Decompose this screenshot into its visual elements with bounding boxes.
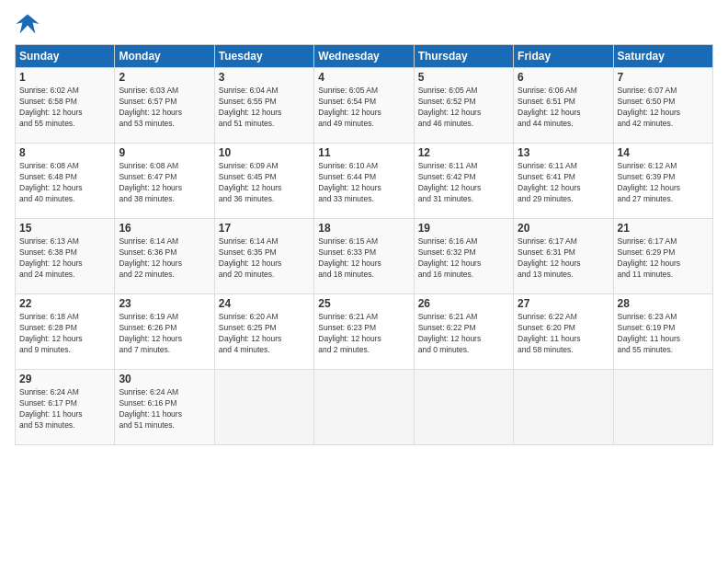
day-info: Sunrise: 6:21 AM Sunset: 6:22 PM Dayligh… bbox=[418, 312, 509, 356]
day-cell: 25Sunrise: 6:21 AM Sunset: 6:23 PM Dayli… bbox=[314, 294, 414, 370]
day-info: Sunrise: 6:21 AM Sunset: 6:23 PM Dayligh… bbox=[318, 312, 409, 356]
day-info: Sunrise: 6:05 AM Sunset: 6:54 PM Dayligh… bbox=[318, 86, 409, 130]
day-cell: 28Sunrise: 6:23 AM Sunset: 6:19 PM Dayli… bbox=[613, 294, 712, 370]
week-row-5: 29Sunrise: 6:24 AM Sunset: 6:17 PM Dayli… bbox=[16, 370, 713, 445]
day-cell: 3Sunrise: 6:04 AM Sunset: 6:55 PM Daylig… bbox=[214, 68, 313, 144]
day-cell: 30Sunrise: 6:24 AM Sunset: 6:16 PM Dayli… bbox=[115, 370, 214, 445]
day-cell: 15Sunrise: 6:13 AM Sunset: 6:38 PM Dayli… bbox=[16, 219, 115, 294]
day-number: 2 bbox=[119, 71, 210, 84]
day-info: Sunrise: 6:02 AM Sunset: 6:58 PM Dayligh… bbox=[19, 86, 110, 130]
day-number: 26 bbox=[418, 297, 509, 310]
day-cell: 18Sunrise: 6:15 AM Sunset: 6:33 PM Dayli… bbox=[314, 219, 414, 294]
day-number: 16 bbox=[119, 222, 210, 235]
day-cell: 1Sunrise: 6:02 AM Sunset: 6:58 PM Daylig… bbox=[16, 68, 115, 144]
day-info: Sunrise: 6:09 AM Sunset: 6:45 PM Dayligh… bbox=[219, 161, 310, 205]
day-info: Sunrise: 6:03 AM Sunset: 6:57 PM Dayligh… bbox=[119, 86, 210, 130]
day-info: Sunrise: 6:20 AM Sunset: 6:25 PM Dayligh… bbox=[219, 312, 310, 356]
day-cell: 21Sunrise: 6:17 AM Sunset: 6:29 PM Dayli… bbox=[613, 219, 712, 294]
header-sunday: Sunday bbox=[16, 45, 115, 68]
day-info: Sunrise: 6:17 AM Sunset: 6:31 PM Dayligh… bbox=[518, 236, 609, 281]
day-cell bbox=[414, 370, 513, 445]
day-cell: 5Sunrise: 6:05 AM Sunset: 6:52 PM Daylig… bbox=[414, 68, 513, 144]
week-row-3: 15Sunrise: 6:13 AM Sunset: 6:38 PM Dayli… bbox=[16, 219, 713, 294]
day-number: 5 bbox=[418, 71, 509, 84]
day-number: 9 bbox=[119, 146, 210, 159]
day-info: Sunrise: 6:11 AM Sunset: 6:42 PM Dayligh… bbox=[418, 161, 509, 205]
day-info: Sunrise: 6:23 AM Sunset: 6:19 PM Dayligh… bbox=[618, 312, 709, 356]
day-number: 18 bbox=[318, 222, 409, 235]
day-cell: 20Sunrise: 6:17 AM Sunset: 6:31 PM Dayli… bbox=[514, 219, 613, 294]
day-number: 24 bbox=[219, 297, 310, 310]
day-info: Sunrise: 6:14 AM Sunset: 6:36 PM Dayligh… bbox=[119, 236, 210, 281]
day-cell: 6Sunrise: 6:06 AM Sunset: 6:51 PM Daylig… bbox=[514, 68, 613, 144]
day-info: Sunrise: 6:11 AM Sunset: 6:41 PM Dayligh… bbox=[518, 161, 609, 205]
header-friday: Friday bbox=[514, 45, 613, 68]
day-number: 20 bbox=[518, 222, 609, 235]
day-number: 7 bbox=[618, 71, 709, 84]
day-info: Sunrise: 6:15 AM Sunset: 6:33 PM Dayligh… bbox=[318, 236, 409, 281]
day-cell bbox=[514, 370, 613, 445]
header-row: Sunday Monday Tuesday Wednesday Thursday… bbox=[16, 45, 713, 68]
day-number: 28 bbox=[618, 297, 709, 310]
day-number: 4 bbox=[318, 71, 409, 84]
day-cell: 22Sunrise: 6:18 AM Sunset: 6:28 PM Dayli… bbox=[16, 294, 115, 370]
day-number: 25 bbox=[318, 297, 409, 310]
day-number: 30 bbox=[119, 373, 210, 385]
day-info: Sunrise: 6:08 AM Sunset: 6:47 PM Dayligh… bbox=[119, 161, 210, 205]
day-number: 23 bbox=[119, 297, 210, 310]
day-info: Sunrise: 6:08 AM Sunset: 6:48 PM Dayligh… bbox=[19, 161, 110, 205]
logo bbox=[15, 11, 44, 37]
day-info: Sunrise: 6:18 AM Sunset: 6:28 PM Dayligh… bbox=[19, 312, 110, 356]
page: Sunday Monday Tuesday Wednesday Thursday… bbox=[0, 0, 728, 563]
day-number: 17 bbox=[219, 222, 310, 235]
day-info: Sunrise: 6:07 AM Sunset: 6:50 PM Dayligh… bbox=[618, 86, 709, 130]
day-number: 21 bbox=[618, 222, 709, 235]
day-info: Sunrise: 6:14 AM Sunset: 6:35 PM Dayligh… bbox=[219, 236, 310, 281]
day-number: 27 bbox=[518, 297, 609, 310]
week-row-1: 1Sunrise: 6:02 AM Sunset: 6:58 PM Daylig… bbox=[16, 68, 713, 144]
day-number: 11 bbox=[318, 146, 409, 159]
header-wednesday: Wednesday bbox=[314, 45, 414, 68]
header-monday: Monday bbox=[115, 45, 214, 68]
day-cell: 4Sunrise: 6:05 AM Sunset: 6:54 PM Daylig… bbox=[314, 68, 414, 144]
day-number: 14 bbox=[618, 146, 709, 159]
day-number: 12 bbox=[418, 146, 509, 159]
day-info: Sunrise: 6:06 AM Sunset: 6:51 PM Dayligh… bbox=[518, 86, 609, 130]
header-tuesday: Tuesday bbox=[214, 45, 313, 68]
day-cell bbox=[314, 370, 414, 445]
day-cell bbox=[613, 370, 712, 445]
day-number: 13 bbox=[518, 146, 609, 159]
calendar-table: Sunday Monday Tuesday Wednesday Thursday… bbox=[15, 44, 713, 445]
day-info: Sunrise: 6:10 AM Sunset: 6:44 PM Dayligh… bbox=[318, 161, 409, 205]
day-info: Sunrise: 6:05 AM Sunset: 6:52 PM Dayligh… bbox=[418, 86, 509, 130]
day-info: Sunrise: 6:24 AM Sunset: 6:16 PM Dayligh… bbox=[119, 387, 210, 431]
header-thursday: Thursday bbox=[414, 45, 513, 68]
day-cell: 17Sunrise: 6:14 AM Sunset: 6:35 PM Dayli… bbox=[214, 219, 313, 294]
day-number: 10 bbox=[219, 146, 310, 159]
day-cell: 13Sunrise: 6:11 AM Sunset: 6:41 PM Dayli… bbox=[514, 144, 613, 219]
svg-marker-0 bbox=[16, 15, 39, 34]
week-row-2: 8Sunrise: 6:08 AM Sunset: 6:48 PM Daylig… bbox=[16, 144, 713, 219]
day-cell: 12Sunrise: 6:11 AM Sunset: 6:42 PM Dayli… bbox=[414, 144, 513, 219]
header bbox=[15, 11, 713, 37]
day-cell: 16Sunrise: 6:14 AM Sunset: 6:36 PM Dayli… bbox=[115, 219, 214, 294]
day-cell: 2Sunrise: 6:03 AM Sunset: 6:57 PM Daylig… bbox=[115, 68, 214, 144]
day-cell: 7Sunrise: 6:07 AM Sunset: 6:50 PM Daylig… bbox=[613, 68, 712, 144]
day-number: 6 bbox=[518, 71, 609, 84]
day-number: 1 bbox=[19, 71, 110, 84]
logo-bird-icon bbox=[15, 11, 40, 37]
day-cell bbox=[214, 370, 313, 445]
day-number: 19 bbox=[418, 222, 509, 235]
week-row-4: 22Sunrise: 6:18 AM Sunset: 6:28 PM Dayli… bbox=[16, 294, 713, 370]
day-number: 22 bbox=[19, 297, 110, 310]
day-cell: 19Sunrise: 6:16 AM Sunset: 6:32 PM Dayli… bbox=[414, 219, 513, 294]
day-info: Sunrise: 6:24 AM Sunset: 6:17 PM Dayligh… bbox=[19, 387, 110, 431]
day-info: Sunrise: 6:17 AM Sunset: 6:29 PM Dayligh… bbox=[618, 236, 709, 281]
day-cell: 14Sunrise: 6:12 AM Sunset: 6:39 PM Dayli… bbox=[613, 144, 712, 219]
day-number: 15 bbox=[19, 222, 110, 235]
day-cell: 24Sunrise: 6:20 AM Sunset: 6:25 PM Dayli… bbox=[214, 294, 313, 370]
day-cell: 29Sunrise: 6:24 AM Sunset: 6:17 PM Dayli… bbox=[16, 370, 115, 445]
day-number: 8 bbox=[19, 146, 110, 159]
day-info: Sunrise: 6:12 AM Sunset: 6:39 PM Dayligh… bbox=[618, 161, 709, 205]
day-cell: 10Sunrise: 6:09 AM Sunset: 6:45 PM Dayli… bbox=[214, 144, 313, 219]
